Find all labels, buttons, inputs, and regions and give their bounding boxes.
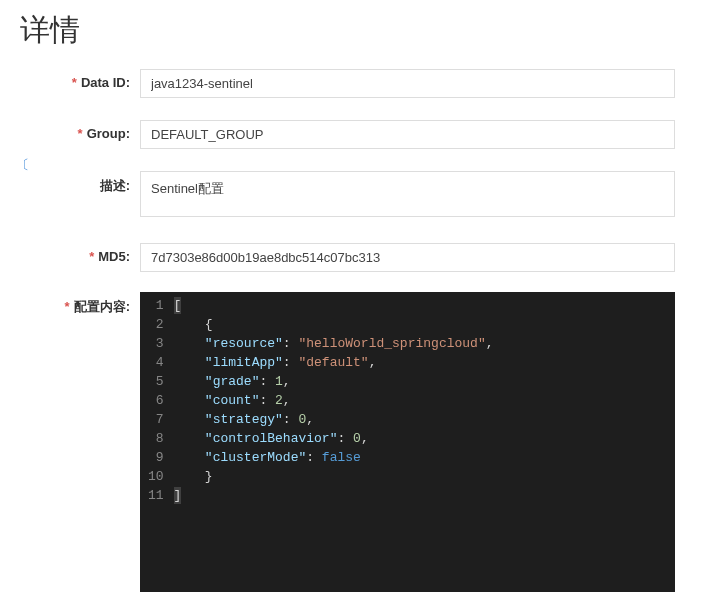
line-number: 5	[148, 372, 164, 391]
json-key: "strategy"	[205, 412, 283, 427]
comma: ,	[486, 336, 494, 351]
bracket-close: ]	[174, 487, 182, 504]
row-md5: *MD5:	[20, 243, 705, 272]
line-number: 3	[148, 334, 164, 353]
code-line: "controlBehavior": 0,	[174, 429, 494, 448]
row-data-id: *Data ID:	[20, 69, 705, 98]
colon: :	[337, 431, 353, 446]
code-line: {	[174, 315, 494, 334]
line-number: 11	[148, 486, 164, 505]
line-number: 7	[148, 410, 164, 429]
line-number: 9	[148, 448, 164, 467]
line-gutter: 1 2 3 4 5 6 7 8 9 10 11	[140, 292, 174, 592]
detail-form: *Data ID: *Group: 描述: Sentinel配置 *MD5: *…	[0, 69, 705, 592]
json-key: "limitApp"	[205, 355, 283, 370]
comma: ,	[283, 374, 291, 389]
json-key: "resource"	[205, 336, 283, 351]
brace: {	[205, 317, 213, 332]
code-line: ]	[174, 486, 494, 505]
json-string: "default"	[298, 355, 368, 370]
json-bool: false	[322, 450, 361, 465]
label-group: *Group:	[20, 120, 140, 141]
colon: :	[259, 393, 275, 408]
label-description: 描述:	[20, 171, 140, 195]
brace: }	[205, 469, 213, 484]
input-group[interactable]	[140, 120, 675, 149]
code-line: }	[174, 467, 494, 486]
code-line: [	[174, 296, 494, 315]
code-line: "clusterMode": false	[174, 448, 494, 467]
input-md5[interactable]	[140, 243, 675, 272]
row-description: 描述: Sentinel配置	[20, 171, 705, 221]
json-key: "clusterMode"	[205, 450, 306, 465]
line-number: 8	[148, 429, 164, 448]
line-number: 2	[148, 315, 164, 334]
json-number: 0	[353, 431, 361, 446]
side-collapse-tab[interactable]: 〔	[16, 158, 29, 171]
colon: :	[283, 355, 299, 370]
json-number: 2	[275, 393, 283, 408]
json-key: "count"	[205, 393, 260, 408]
label-content: *配置内容:	[20, 292, 140, 316]
colon: :	[283, 336, 299, 351]
required-star: *	[65, 299, 70, 314]
comma: ,	[369, 355, 377, 370]
required-star: *	[72, 75, 77, 90]
colon: :	[306, 450, 322, 465]
label-text: Group:	[87, 126, 130, 141]
json-key: "grade"	[205, 374, 260, 389]
code-line: "grade": 1,	[174, 372, 494, 391]
line-number: 10	[148, 467, 164, 486]
label-text: Data ID:	[81, 75, 130, 90]
label-data-id: *Data ID:	[20, 69, 140, 90]
bracket-open: [	[174, 297, 182, 314]
json-number: 1	[275, 374, 283, 389]
row-content: *配置内容: 1 2 3 4 5 6 7 8 9 10 11 [	[20, 292, 705, 592]
comma: ,	[283, 393, 291, 408]
required-star: *	[89, 249, 94, 264]
page-title: 详情	[0, 0, 705, 69]
colon: :	[259, 374, 275, 389]
code-line: "limitApp": "default",	[174, 353, 494, 372]
input-data-id[interactable]	[140, 69, 675, 98]
textarea-description[interactable]: Sentinel配置	[140, 171, 675, 217]
json-string: "helloWorld_springcloud"	[298, 336, 485, 351]
label-md5: *MD5:	[20, 243, 140, 264]
label-text: MD5:	[98, 249, 130, 264]
code-editor[interactable]: 1 2 3 4 5 6 7 8 9 10 11 [ { "resource": …	[140, 292, 675, 592]
label-text: 描述:	[100, 178, 130, 193]
row-group: *Group:	[20, 120, 705, 149]
line-number: 4	[148, 353, 164, 372]
colon: :	[283, 412, 299, 427]
json-key: "controlBehavior"	[205, 431, 338, 446]
line-number: 1	[148, 296, 164, 315]
comma: ,	[361, 431, 369, 446]
required-star: *	[78, 126, 83, 141]
code-line: "count": 2,	[174, 391, 494, 410]
code-line: "strategy": 0,	[174, 410, 494, 429]
label-text: 配置内容:	[74, 299, 130, 314]
comma: ,	[306, 412, 314, 427]
code-lines: [ { "resource": "helloWorld_springcloud"…	[174, 292, 494, 592]
line-number: 6	[148, 391, 164, 410]
code-line: "resource": "helloWorld_springcloud",	[174, 334, 494, 353]
